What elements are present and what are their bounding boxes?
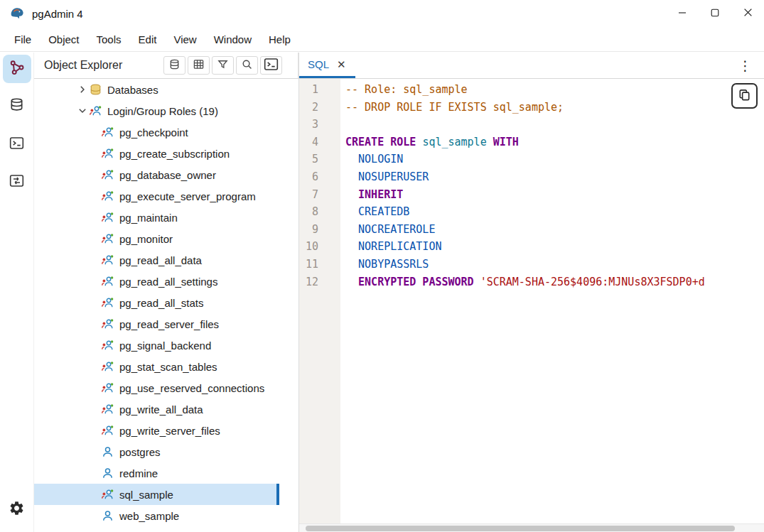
line-number: 9 bbox=[299, 223, 340, 241]
tree-item-pg-use-reserved-connections[interactable]: pg_use_reserved_connections bbox=[34, 377, 279, 398]
tree-item-pg-database-owner[interactable]: pg_database_owner bbox=[34, 164, 279, 185]
query-tool-button[interactable] bbox=[260, 56, 282, 75]
scrollbar-thumb[interactable] bbox=[306, 526, 735, 531]
tree-item-pg-read-server-files[interactable]: pg_read_server_files bbox=[34, 313, 279, 335]
menu-edit[interactable]: Edit bbox=[130, 29, 166, 50]
tree-item-label: pg_read_server_files bbox=[119, 317, 219, 330]
tree-item-label: pg_execute_server_program bbox=[119, 190, 256, 202]
copy-button[interactable] bbox=[731, 83, 758, 109]
line-number: 1 bbox=[299, 83, 340, 101]
group-role-icon bbox=[101, 126, 114, 139]
tree-item-label: pg_monitor bbox=[119, 232, 173, 245]
tree-item-pg-create-subscription[interactable]: pg_create_subscription bbox=[34, 143, 279, 164]
object-explorer-toolbar bbox=[163, 56, 298, 75]
tree-item-label: Login/Group Roles (19) bbox=[107, 104, 218, 117]
group-role-icon bbox=[101, 275, 114, 288]
code-line: NOLOGIN bbox=[345, 153, 764, 170]
tree-item-label: web_sample bbox=[119, 509, 179, 522]
tree-item-pg-execute-server-program[interactable]: pg_execute_server_program bbox=[34, 185, 279, 207]
tree-item-label: pg_checkpoint bbox=[119, 126, 188, 139]
tree-item-pg-monitor[interactable]: pg_monitor bbox=[34, 228, 279, 249]
menu-window[interactable]: Window bbox=[205, 29, 260, 50]
line-number: 6 bbox=[299, 170, 340, 188]
tree-item-pg-stat-scan-tables[interactable]: pg_stat_scan_tables bbox=[34, 356, 279, 377]
settings-gear-icon bbox=[9, 500, 25, 519]
group-role-icon bbox=[89, 104, 102, 118]
group-role-icon bbox=[101, 317, 114, 331]
settings-gear-button[interactable] bbox=[3, 495, 31, 523]
tree-item-label: pg_stat_scan_tables bbox=[119, 360, 217, 373]
editor-gutter: 123456789101112 bbox=[299, 79, 340, 523]
query-tool-icon bbox=[9, 135, 25, 154]
schema-diff-button[interactable] bbox=[3, 168, 31, 196]
close-button[interactable] bbox=[731, 0, 764, 27]
group-role-icon bbox=[101, 360, 114, 374]
tab-close-icon[interactable]: ✕ bbox=[337, 59, 346, 70]
tree-item-label: pg_signal_backend bbox=[119, 339, 211, 352]
login-role-icon bbox=[101, 445, 114, 459]
group-role-icon bbox=[101, 232, 114, 246]
object-explorer-header: Object Explorer bbox=[34, 53, 298, 78]
line-number: 8 bbox=[299, 205, 340, 223]
editor-horizontal-scrollbar[interactable] bbox=[299, 523, 764, 532]
tree-item-pg-checkpoint[interactable]: pg_checkpoint bbox=[34, 121, 279, 143]
code-line: NOCREATEROLE bbox=[345, 223, 764, 241]
group-role-icon bbox=[101, 211, 114, 224]
tree-item-label: pg_read_all_stats bbox=[119, 296, 203, 309]
minimize-icon bbox=[678, 9, 687, 19]
view-data-button[interactable] bbox=[188, 56, 210, 75]
sql-panel-header: SQL ✕ ⋮ bbox=[298, 53, 764, 78]
tree-item-label: pg_create_subscription bbox=[119, 147, 230, 160]
chevron-right-icon[interactable] bbox=[75, 83, 89, 97]
tree-item-pg-maintain[interactable]: pg_maintain bbox=[34, 207, 279, 228]
title-bar: pgAdmin 4 bbox=[0, 0, 764, 27]
tree-item-tablespaces[interactable]: Tablespaces bbox=[34, 526, 279, 532]
tab-sql[interactable]: SQL ✕ bbox=[298, 53, 355, 78]
tree-item-pg-read-all-stats[interactable]: pg_read_all_stats bbox=[34, 292, 279, 313]
tree-item-sql-sample[interactable]: sql_sample bbox=[34, 484, 279, 505]
object-explorer-tree: DatabasesLogin/Group Roles (19)pg_checkp… bbox=[34, 79, 279, 532]
editor-code[interactable]: -- Role: sql_sample-- DROP ROLE IF EXIST… bbox=[340, 79, 764, 523]
servers-button[interactable] bbox=[3, 92, 31, 121]
line-number: 7 bbox=[299, 188, 340, 206]
tree-item-pg-signal-backend[interactable]: pg_signal_backend bbox=[34, 335, 279, 356]
tree-item-label: pg_database_owner bbox=[119, 168, 216, 181]
filter-button[interactable] bbox=[212, 56, 234, 75]
view-data-icon bbox=[193, 58, 205, 73]
line-number: 12 bbox=[299, 276, 340, 293]
tree-item-pg-write-all-data[interactable]: pg_write_all_data bbox=[34, 398, 279, 420]
minimize-button[interactable] bbox=[666, 0, 699, 27]
menu-tools[interactable]: Tools bbox=[88, 29, 130, 50]
line-number: 10 bbox=[299, 240, 340, 258]
tree-item-pg-read-all-data[interactable]: pg_read_all_data bbox=[34, 249, 279, 271]
maximize-button[interactable] bbox=[699, 0, 731, 27]
tree-item-login-group-roles-19[interactable]: Login/Group Roles (19) bbox=[34, 100, 279, 121]
add-object-icon bbox=[168, 58, 181, 73]
code-line: INHERIT bbox=[345, 188, 764, 206]
code-line: CREATE ROLE sql_sample WITH bbox=[345, 136, 764, 153]
code-line: NOSUPERUSER bbox=[345, 170, 764, 188]
tree-item-pg-read-all-settings[interactable]: pg_read_all_settings bbox=[34, 271, 279, 292]
tree-item-label: postgres bbox=[119, 445, 161, 458]
servers-icon bbox=[9, 97, 25, 116]
search-button[interactable] bbox=[236, 56, 258, 75]
menu-file[interactable]: File bbox=[6, 29, 40, 50]
tree-item-pg-write-server-files[interactable]: pg_write_server_files bbox=[34, 420, 279, 441]
menu-view[interactable]: View bbox=[165, 29, 205, 50]
tree-item-redmine[interactable]: redmine bbox=[34, 462, 279, 484]
menu-help[interactable]: Help bbox=[260, 29, 299, 50]
chevron-down-icon[interactable] bbox=[75, 104, 89, 118]
tree-item-databases[interactable]: Databases bbox=[34, 79, 279, 100]
group-role-icon bbox=[101, 339, 114, 352]
sql-editor: 123456789101112 -- Role: sql_sample-- DR… bbox=[299, 79, 764, 523]
menu-object[interactable]: Object bbox=[40, 29, 87, 50]
code-line: NOREPLICATION bbox=[345, 240, 764, 258]
code-line: NOBYPASSRLS bbox=[345, 258, 764, 276]
tree-item-postgres[interactable]: postgres bbox=[34, 441, 279, 462]
kebab-menu-icon[interactable]: ⋮ bbox=[738, 58, 752, 74]
query-tool-button[interactable] bbox=[3, 130, 31, 158]
tree-item-web-sample[interactable]: web_sample bbox=[34, 505, 279, 526]
code-line bbox=[345, 118, 764, 136]
add-object-button[interactable] bbox=[163, 56, 185, 75]
object-explorer-button[interactable] bbox=[3, 55, 31, 83]
